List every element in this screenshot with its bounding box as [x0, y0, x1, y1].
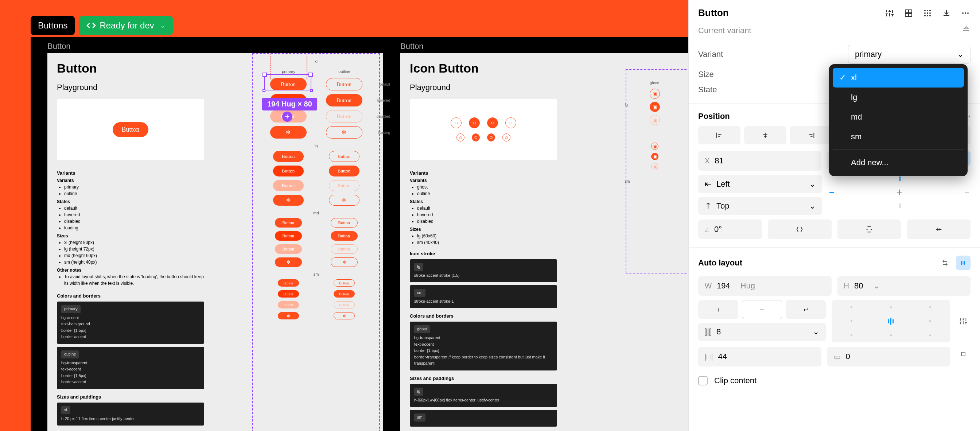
variant-button[interactable]: Button — [329, 151, 360, 162]
grid-icon[interactable] — [923, 8, 932, 18]
demo-icon-button[interactable]: ○ — [503, 134, 511, 142]
variant-button[interactable]: Button — [329, 165, 360, 177]
collapse-icon[interactable] — [962, 25, 970, 34]
variant-button[interactable]: Button — [278, 279, 299, 286]
variant-button[interactable]: Button — [326, 110, 363, 122]
icon-variant[interactable]: ▣ — [651, 153, 659, 160]
demo-icon-button[interactable]: ○ — [450, 118, 461, 128]
al-mode-icon[interactable] — [956, 256, 970, 270]
variant-button[interactable]: ✻ — [278, 312, 299, 320]
playground-box[interactable]: ○ ○ ○ ○ ○ ○ ○ ○ — [410, 99, 557, 160]
frame-icon-button[interactable]: Icon Button Playground ○ ○ ○ ○ ○ ○ ○ ○ — [400, 53, 736, 431]
icon-variant[interactable]: ▣ — [651, 163, 659, 170]
icon-variant[interactable]: ▣ — [650, 115, 660, 125]
settings-icon[interactable] — [885, 8, 895, 18]
code-block: outline bg-transparent text-accent borde… — [57, 347, 204, 389]
demo-button[interactable]: Button — [113, 122, 148, 137]
variant-button[interactable]: Button — [329, 180, 360, 191]
more-icon[interactable] — [960, 8, 970, 18]
flip-v-button[interactable] — [837, 219, 901, 239]
variant-button[interactable]: ✻ — [331, 258, 358, 267]
variant-button[interactable]: Button — [334, 301, 355, 309]
icon-variant[interactable]: ▣ — [650, 102, 660, 112]
variant-button[interactable]: Button — [278, 290, 299, 297]
playground-box[interactable]: Button — [57, 99, 204, 160]
current-variant-label: Current variant — [689, 26, 980, 42]
variant-button[interactable]: ✻ — [270, 126, 307, 138]
gap-input[interactable]: ]|[8⌄ — [698, 323, 826, 341]
add-variant-button[interactable]: + — [282, 111, 293, 122]
frame-label[interactable]: Button — [400, 41, 424, 51]
height-input[interactable]: H80⌄ — [837, 276, 971, 296]
x-input[interactable]: X81 — [698, 151, 821, 171]
dropdown-add-new[interactable]: Add new... — [833, 153, 964, 172]
demo-icon-button[interactable]: ○ — [457, 134, 465, 142]
variant-button[interactable]: Button — [331, 218, 358, 227]
al-collapse-icon[interactable] — [938, 256, 952, 270]
design-panel: Button Current variant Variant primary⌄ … — [688, 0, 980, 431]
variant-button[interactable]: Button — [275, 244, 302, 254]
direction-down-button[interactable]: ↓ — [698, 300, 738, 319]
align-right-button[interactable] — [790, 126, 832, 145]
v-constraint-select[interactable]: ⤒Top⌄ — [698, 197, 822, 215]
icon-variant[interactable]: ▣ — [651, 143, 659, 150]
alignment-grid[interactable] — [832, 300, 950, 342]
h-constraint-select[interactable]: ⇤Left⌄ — [698, 175, 822, 193]
align-left-button[interactable] — [698, 126, 740, 145]
direction-wrap-button[interactable]: ↩ — [786, 300, 826, 319]
direction-right-button[interactable]: → — [742, 300, 782, 319]
demo-icon-button[interactable]: ○ — [505, 118, 516, 128]
rotation-input[interactable]: ⟀0° — [698, 219, 762, 239]
variant-button[interactable]: Button — [278, 301, 299, 309]
dropdown-option-xl[interactable]: ✓xl — [833, 68, 964, 87]
clip-content-checkbox[interactable] — [698, 376, 708, 385]
code-block: ghost bg-transparent text-accent border-… — [410, 321, 557, 371]
download-icon[interactable] — [941, 8, 951, 18]
variant-button[interactable]: ✻ — [273, 195, 304, 206]
code-line: border-accent — [61, 334, 86, 339]
option-label: md — [851, 112, 862, 122]
demo-icon-button[interactable]: ○ — [487, 118, 498, 128]
demo-icon-button[interactable]: ○ — [472, 134, 480, 142]
variant-button[interactable]: ✻ — [334, 312, 355, 320]
selection-box[interactable] — [264, 74, 311, 91]
al-settings-icon[interactable] — [956, 314, 970, 329]
variant-button[interactable]: Button — [331, 231, 358, 241]
variant-button[interactable]: ✻ — [329, 195, 360, 206]
flip-h-button[interactable] — [768, 219, 832, 239]
align-v-center-button[interactable] — [907, 219, 970, 239]
component-name-tag[interactable]: Buttons — [30, 16, 75, 35]
icon-variant[interactable]: ▣ — [650, 89, 660, 99]
frame-label[interactable]: Button — [48, 41, 71, 51]
demo-icon-button[interactable]: ○ — [487, 134, 495, 142]
variant-button[interactable]: Button — [331, 244, 358, 254]
svg-point-4 — [924, 10, 926, 11]
variant-button[interactable]: Button — [334, 279, 355, 286]
pad-h-input[interactable]: |□|44 — [698, 347, 821, 366]
variant-button[interactable]: Button — [326, 94, 363, 107]
variant-button[interactable]: Button — [326, 78, 363, 91]
variant-button[interactable]: Button — [275, 218, 302, 227]
constraint-widget[interactable] — [828, 175, 970, 209]
pad-v-input[interactable]: ▭0 — [827, 347, 950, 366]
variant-button[interactable]: Button — [275, 231, 302, 241]
variant-container[interactable]: primary xl outline ButtonButtondefault B… — [252, 53, 380, 431]
variant-button[interactable]: Button — [273, 151, 304, 162]
pad-individual-icon[interactable] — [956, 347, 970, 361]
ready-for-dev-tag[interactable]: Ready for dev ⌄ — [79, 16, 172, 35]
variant-button[interactable]: Button — [273, 180, 304, 191]
component-icon[interactable] — [904, 8, 914, 18]
h-constraint-value: Left — [716, 180, 730, 189]
dropdown-option-md[interactable]: ✓md — [833, 107, 964, 127]
variant-button[interactable]: Button — [334, 290, 355, 297]
dropdown-option-lg[interactable]: ✓lg — [833, 87, 964, 107]
panel-title: Button — [698, 7, 729, 19]
width-input[interactable]: W194Hug — [698, 276, 832, 296]
variant-button[interactable]: Button — [273, 165, 304, 177]
align-center-h-button[interactable] — [744, 126, 786, 145]
variant-select[interactable]: primary⌄ — [848, 45, 970, 64]
dropdown-option-sm[interactable]: ✓sm — [833, 127, 964, 146]
variant-button[interactable]: ✻ — [275, 258, 302, 267]
demo-icon-button[interactable]: ○ — [469, 118, 480, 128]
variant-button[interactable]: ✻ — [326, 126, 363, 138]
